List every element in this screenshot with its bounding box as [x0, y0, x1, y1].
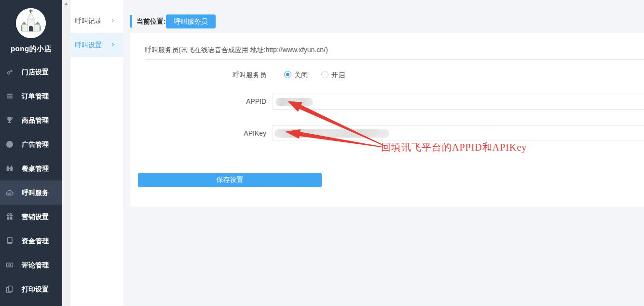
radio-off[interactable] [284, 71, 291, 78]
sidebar-item-label: 门店设置 [22, 60, 49, 84]
store-avatar [16, 8, 46, 38]
submenu-item-label: 呼叫设置 [75, 33, 102, 57]
panel-divider [145, 59, 644, 60]
service-switch-label: 呼叫服务员 [130, 71, 266, 80]
sidebar-nav: 门店设置 订单管理 商品管理 广告管理 [0, 60, 62, 301]
sidebar-item-print-settings[interactable]: 打印设置 [0, 277, 62, 301]
radio-on-label[interactable]: 开启 [331, 71, 345, 80]
appid-input-box [273, 94, 644, 110]
scroll-up-arrow-icon[interactable] [64, 2, 68, 5]
gift-icon [6, 213, 14, 221]
sidebar-item-ads[interactable]: 广告管理 [0, 132, 62, 156]
binoculars-icon [6, 165, 14, 172]
sidebar-item-reviews[interactable]: 评论管理 [0, 253, 62, 277]
sidebar-item-label: 订单管理 [22, 84, 49, 108]
submenu-item-label: 呼叫记录 [75, 9, 102, 33]
apikey-label: APIKey [130, 129, 266, 137]
banknote-icon [6, 261, 14, 269]
sidebar-item-label: 资金管理 [22, 229, 49, 253]
radio-on[interactable] [321, 71, 329, 78]
radio-off-label[interactable]: 关闭 [294, 71, 308, 80]
sidebar-item-marketing[interactable]: 营销设置 [0, 205, 62, 229]
sidebar-item-orders[interactable]: 订单管理 [0, 84, 62, 108]
submenu-item-call-settings[interactable]: 呼叫设置 › [70, 33, 123, 57]
sidebar-item-products[interactable]: 商品管理 [0, 108, 62, 132]
app-window: pong的小店 门店设置 订单管理 商品管理 [0, 0, 644, 306]
sidebar-item-label: 打印设置 [22, 277, 49, 301]
sidebar-item-label: 呼叫服务 [22, 181, 49, 205]
apikey-input[interactable] [273, 125, 644, 140]
submenu: 呼叫记录 › 呼叫设置 › [70, 0, 123, 306]
sidebar-item-label: 营销设置 [22, 205, 49, 229]
sidebar-item-funds[interactable]: 资金管理 [0, 229, 62, 253]
sidebar: pong的小店 门店设置 订单管理 商品管理 [0, 0, 62, 306]
panel-header: 呼叫服务员(讯飞在线语音合成应用 地址:http://www.xfyun.cn/… [145, 46, 328, 55]
sidebar-item-label: 评论管理 [22, 253, 49, 277]
key-icon [6, 68, 14, 76]
sidebar-item-store-settings[interactable]: 门店设置 [0, 60, 62, 84]
save-settings-button[interactable]: 保存设置 [138, 173, 322, 187]
main-content: 当前位置: 呼叫服务员 呼叫服务员(讯飞在线语音合成应用 地址:http://w… [123, 0, 644, 306]
ledger-icon [6, 237, 14, 245]
sidebar-item-label: 广告管理 [22, 132, 49, 156]
apikey-input-box [273, 125, 644, 140]
submenu-scrollbar[interactable] [62, 0, 70, 306]
trophy-icon [6, 116, 14, 124]
store-name: pong的小店 [0, 44, 62, 54]
appid-label: APPID [130, 97, 266, 105]
lifering-icon [6, 140, 14, 148]
sidebar-item-label: 商品管理 [22, 108, 49, 132]
chevron-right-icon: › [111, 9, 114, 33]
sidebar-item-call-service[interactable]: 呼叫服务 [0, 181, 62, 205]
appid-input[interactable] [273, 94, 644, 109]
church-logo-icon [16, 8, 46, 38]
breadcrumb-accent-bar [130, 15, 132, 28]
chevron-right-icon: › [111, 33, 114, 57]
list-icon [6, 92, 14, 100]
cloud-stats-icon [6, 189, 14, 196]
copy-icon [6, 285, 14, 293]
sidebar-item-label: 餐桌管理 [22, 156, 49, 181]
sidebar-item-tables[interactable]: 餐桌管理 [0, 156, 62, 181]
breadcrumb-badge[interactable]: 呼叫服务员 [166, 14, 216, 28]
submenu-item-call-records[interactable]: 呼叫记录 › [70, 9, 123, 33]
breadcrumb-label: 当前位置: [137, 15, 166, 28]
settings-panel: 呼叫服务员(讯飞在线语音合成应用 地址:http://www.xfyun.cn/… [130, 33, 644, 207]
